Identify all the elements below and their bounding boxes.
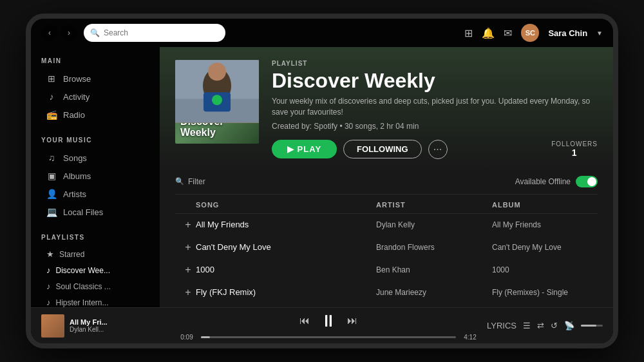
track-album: All My Friends [492,220,613,229]
app: ‹ › 🔍 ⊞ 🔔 ✉ SC Sara Chin ▼ MAIN [31,19,613,343]
activity-icon: ♪ [46,91,57,102]
available-offline: Available Offline [515,176,598,187]
inbox-icon[interactable]: ✉ [504,27,512,39]
track-artist: Brandon Flowers [376,243,492,252]
repeat-icon[interactable]: ↺ [551,321,558,330]
next-button[interactable]: ⏭ [347,315,357,327]
playlist-header: DiscoverWeekly PLAYLIST Discover Weekly … [160,47,613,169]
main-section: MAIN ⊞ Browse ♪ Activity 📻 Radio [31,47,160,126]
volume-fill [581,325,596,327]
sidebar-item-local-files[interactable]: 💻 Local Files [41,203,149,221]
tracklist: + All My Friends Dylan Kelly All My Frie… [175,214,598,307]
albums-icon: ▣ [46,171,57,181]
queue-icon[interactable]: ☰ [523,321,531,330]
svg-point-5 [212,95,222,105]
sidebar-playlist-label: Starred [59,250,84,259]
track-artist: Ben Khan [376,265,492,274]
more-button[interactable]: ··· [428,140,448,159]
volume-bar[interactable] [581,325,603,327]
col-song: SONG [196,201,376,209]
player-controls: ⏮ ⏸ ⏭ 0:09 4:12 [178,311,479,341]
sidebar-item-label: Songs [63,153,87,163]
col-album: ALBUM [492,201,613,209]
star-icon: ★ [46,249,54,259]
main-content: MAIN ⊞ Browse ♪ Activity 📻 Radio [31,47,613,307]
sidebar-playlist-discover-weekly[interactable]: ♪ Discover Wee... [41,262,149,278]
track-add-button[interactable]: + [180,242,196,253]
sidebar-item-artists[interactable]: 👤 Artists [41,185,149,203]
track-artist: Dylan Kelly [376,220,492,229]
progress-track[interactable] [201,336,456,338]
sidebar-item-label: Browse [63,74,91,84]
track-album: Can't Deny My Love [492,243,613,252]
sidebar-playlist-label: Hipster Intern... [56,298,109,307]
sidebar-item-label: Radio [63,110,85,120]
cover-person-image [175,60,259,123]
sidebar-item-label: Artists [63,189,86,199]
note-icon: ♪ [46,298,51,307]
player-song-info: All My Fri... Dylan Kell... [70,318,108,333]
filter-box: 🔍 Filter [175,177,205,186]
sidebar-item-browse[interactable]: ⊞ Browse [41,70,149,88]
sidebar-item-label: Albums [63,171,91,181]
playlists-section: PLAYLISTS ★ Starred ♪ Discover Wee... ♪ … [31,224,160,307]
table-row[interactable]: + Fly (FKJ Remix) June Marieezy Fly (Rem… [175,281,598,304]
search-bar: 🔍 [84,24,225,42]
player-thumbnail [41,314,64,338]
topbar-right: ⊞ 🔔 ✉ SC Sara Chin ▼ [464,24,603,42]
player-right: LYRICS ☰ ⇄ ↺ 📡 [487,321,603,330]
bottom-player: All My Fri... Dylan Kell... ⏮ ⏸ ⏭ 0:09 4… [31,307,613,343]
search-input[interactable] [104,28,219,37]
progress-fill [201,336,210,338]
col-add [180,201,196,209]
current-time: 0:09 [178,334,196,341]
sidebar-item-albums[interactable]: ▣ Albums [41,167,149,185]
track-add-button[interactable]: + [180,219,196,231]
prev-button[interactable]: ⏮ [299,315,310,327]
tracklist-area: 🔍 Filter Available Offline SONG ARTIST A… [160,169,613,307]
lyrics-button[interactable]: LYRICS [487,321,516,330]
sidebar-playlist-label: Discover Wee... [56,266,110,275]
sidebar-item-label: Local Files [63,207,103,217]
page-content: DiscoverWeekly PLAYLIST Discover Weekly … [160,47,613,307]
track-add-button[interactable]: + [180,264,196,276]
svg-point-3 [208,62,226,81]
artists-icon: 👤 [46,189,57,199]
your-music-section-title: YOUR MUSIC [41,137,149,144]
pause-button[interactable]: ⏸ [320,311,337,331]
forward-button[interactable]: › [61,24,77,41]
sidebar-playlist-soul-classics[interactable]: ♪ Soul Classics ... [41,278,149,294]
playlist-cover: DiscoverWeekly [175,60,259,144]
sidebar-playlist-hipster-international[interactable]: ♪ Hipster Intern... [41,294,149,307]
songs-icon: ♫ [46,153,57,163]
player-buttons: ⏮ ⏸ ⏭ [299,311,357,331]
sidebar-playlist-starred[interactable]: ★ Starred [41,246,149,262]
back-button[interactable]: ‹ [41,24,58,41]
offline-toggle[interactable] [576,176,598,187]
following-button[interactable]: FOLLOWING [343,140,421,158]
progress-bar-area: 0:09 4:12 [178,334,479,341]
table-row[interactable]: + All My Friends Dylan Kelly All My Frie… [175,214,598,236]
your-music-section: YOUR MUSIC ♫ Songs ▣ Albums 👤 Artists [31,126,160,224]
sidebar-item-radio[interactable]: 📻 Radio [41,106,149,124]
sidebar-item-activity[interactable]: ♪ Activity [41,88,149,106]
track-song: Can't Deny My Love [196,242,376,252]
play-button[interactable]: ▶ PLAY [272,140,337,158]
table-row[interactable]: + Can't Deny My Love Brandon Flowers Can… [175,236,598,259]
note-icon: ♪ [46,265,51,275]
notification-icon[interactable]: 🔔 [482,27,495,39]
grid-icon[interactable]: ⊞ [464,27,473,39]
playlist-type: PLAYLIST [272,60,598,67]
track-add-button[interactable]: + [180,287,196,298]
followers-label: FOLLOWERS [551,140,598,148]
followers-count: 1 [551,148,598,158]
available-offline-label: Available Offline [515,177,571,186]
tablet-frame: ‹ › 🔍 ⊞ 🔔 ✉ SC Sara Chin ▼ MAIN [26,14,618,348]
sidebar-item-songs[interactable]: ♫ Songs [41,149,149,167]
shuffle-icon[interactable]: ⇄ [537,321,544,330]
sidebar-playlist-label: Soul Classics ... [56,282,111,291]
player-artist-name: Dylan Kell... [70,326,108,333]
devices-icon[interactable]: 📡 [564,321,574,330]
avatar[interactable]: SC [521,24,539,42]
table-row[interactable]: + 1000 Ben Khan 1000 a day ago 2:54 [175,259,598,281]
